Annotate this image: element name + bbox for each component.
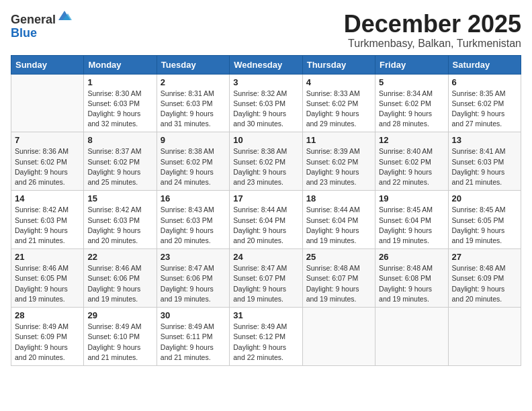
day-info: Sunrise: 8:44 AMSunset: 6:04 PMDaylight:… xyxy=(233,205,298,246)
calendar-cell: 31Sunrise: 8:49 AMSunset: 6:12 PMDayligh… xyxy=(230,308,302,366)
day-number: 8 xyxy=(87,135,152,145)
day-number: 25 xyxy=(306,252,371,262)
day-info: Sunrise: 8:48 AMSunset: 6:09 PMDaylight:… xyxy=(452,263,517,304)
calendar-cell: 21Sunrise: 8:46 AMSunset: 6:05 PMDayligh… xyxy=(11,249,84,308)
day-number: 13 xyxy=(452,135,517,145)
calendar-cell xyxy=(11,74,84,132)
calendar-week-row: 21Sunrise: 8:46 AMSunset: 6:05 PMDayligh… xyxy=(11,249,521,308)
calendar-cell: 25Sunrise: 8:48 AMSunset: 6:07 PMDayligh… xyxy=(302,249,375,308)
calendar-cell: 16Sunrise: 8:43 AMSunset: 6:03 PMDayligh… xyxy=(157,191,229,249)
calendar-cell: 27Sunrise: 8:48 AMSunset: 6:09 PMDayligh… xyxy=(448,249,521,308)
day-info: Sunrise: 8:39 AMSunset: 6:02 PMDaylight:… xyxy=(306,146,371,187)
calendar-cell: 7Sunrise: 8:36 AMSunset: 6:02 PMDaylight… xyxy=(11,132,84,191)
day-number: 16 xyxy=(161,193,226,203)
calendar-cell: 22Sunrise: 8:46 AMSunset: 6:06 PMDayligh… xyxy=(84,249,157,308)
calendar-cell: 3Sunrise: 8:32 AMSunset: 6:03 PMDaylight… xyxy=(230,74,302,132)
logo-icon xyxy=(57,8,72,23)
day-info: Sunrise: 8:49 AMSunset: 6:10 PMDaylight:… xyxy=(87,322,152,363)
day-info: Sunrise: 8:40 AMSunset: 6:02 PMDaylight:… xyxy=(379,146,444,187)
calendar-cell: 12Sunrise: 8:40 AMSunset: 6:02 PMDayligh… xyxy=(375,132,448,191)
day-number: 30 xyxy=(161,310,226,320)
weekday-header-saturday: Saturday xyxy=(448,55,521,74)
day-info: Sunrise: 8:45 AMSunset: 6:05 PMDaylight:… xyxy=(452,205,517,246)
day-info: Sunrise: 8:37 AMSunset: 6:02 PMDaylight:… xyxy=(87,146,152,187)
day-info: Sunrise: 8:48 AMSunset: 6:08 PMDaylight:… xyxy=(379,263,444,304)
calendar-cell: 17Sunrise: 8:44 AMSunset: 6:04 PMDayligh… xyxy=(230,191,302,249)
calendar-cell: 26Sunrise: 8:48 AMSunset: 6:08 PMDayligh… xyxy=(375,249,448,308)
day-number: 21 xyxy=(15,252,80,262)
day-info: Sunrise: 8:31 AMSunset: 6:03 PMDaylight:… xyxy=(161,89,226,130)
calendar-cell xyxy=(448,308,521,366)
day-info: Sunrise: 8:45 AMSunset: 6:04 PMDaylight:… xyxy=(379,205,444,246)
day-number: 28 xyxy=(15,310,80,320)
calendar-cell xyxy=(375,308,448,366)
day-info: Sunrise: 8:44 AMSunset: 6:04 PMDaylight:… xyxy=(306,205,371,246)
calendar-cell xyxy=(302,308,375,366)
calendar-cell: 23Sunrise: 8:47 AMSunset: 6:06 PMDayligh… xyxy=(157,249,229,308)
calendar-cell: 14Sunrise: 8:42 AMSunset: 6:03 PMDayligh… xyxy=(11,191,84,249)
day-number: 12 xyxy=(379,135,444,145)
day-number: 15 xyxy=(87,193,152,203)
calendar-cell: 11Sunrise: 8:39 AMSunset: 6:02 PMDayligh… xyxy=(302,132,375,191)
day-info: Sunrise: 8:49 AMSunset: 6:11 PMDaylight:… xyxy=(161,322,226,363)
day-info: Sunrise: 8:38 AMSunset: 6:02 PMDaylight:… xyxy=(233,146,298,187)
day-number: 14 xyxy=(15,193,80,203)
calendar-cell: 20Sunrise: 8:45 AMSunset: 6:05 PMDayligh… xyxy=(448,191,521,249)
location-title: Turkmenbasy, Balkan, Turkmenistan xyxy=(344,38,521,50)
day-info: Sunrise: 8:47 AMSunset: 6:06 PMDaylight:… xyxy=(161,263,226,304)
header: General Blue December 2025 Turkmenbasy, … xyxy=(11,11,521,50)
calendar-cell: 2Sunrise: 8:31 AMSunset: 6:03 PMDaylight… xyxy=(157,74,229,132)
logo-blue-text: Blue xyxy=(11,27,72,40)
day-info: Sunrise: 8:32 AMSunset: 6:03 PMDaylight:… xyxy=(233,89,298,130)
day-number: 5 xyxy=(379,77,444,87)
day-number: 17 xyxy=(233,193,298,203)
calendar-cell: 15Sunrise: 8:42 AMSunset: 6:03 PMDayligh… xyxy=(84,191,157,249)
day-number: 22 xyxy=(87,252,152,262)
logo-general-text: General xyxy=(11,13,56,27)
day-info: Sunrise: 8:30 AMSunset: 6:03 PMDaylight:… xyxy=(87,89,152,130)
calendar-cell: 8Sunrise: 8:37 AMSunset: 6:02 PMDaylight… xyxy=(84,132,157,191)
day-number: 6 xyxy=(452,77,517,87)
calendar-cell: 13Sunrise: 8:41 AMSunset: 6:03 PMDayligh… xyxy=(448,132,521,191)
day-info: Sunrise: 8:42 AMSunset: 6:03 PMDaylight:… xyxy=(15,205,80,246)
day-info: Sunrise: 8:34 AMSunset: 6:02 PMDaylight:… xyxy=(379,89,444,130)
calendar-cell: 4Sunrise: 8:33 AMSunset: 6:02 PMDaylight… xyxy=(302,74,375,132)
day-number: 3 xyxy=(233,77,298,87)
day-info: Sunrise: 8:48 AMSunset: 6:07 PMDaylight:… xyxy=(306,263,371,304)
weekday-header-thursday: Thursday xyxy=(302,55,375,74)
day-info: Sunrise: 8:42 AMSunset: 6:03 PMDaylight:… xyxy=(87,205,152,246)
calendar-cell: 1Sunrise: 8:30 AMSunset: 6:03 PMDaylight… xyxy=(84,74,157,132)
calendar-cell: 24Sunrise: 8:47 AMSunset: 6:07 PMDayligh… xyxy=(230,249,302,308)
day-number: 1 xyxy=(87,77,152,87)
calendar-cell: 10Sunrise: 8:38 AMSunset: 6:02 PMDayligh… xyxy=(230,132,302,191)
day-number: 20 xyxy=(452,193,517,203)
day-info: Sunrise: 8:38 AMSunset: 6:02 PMDaylight:… xyxy=(161,146,226,187)
day-info: Sunrise: 8:35 AMSunset: 6:02 PMDaylight:… xyxy=(452,89,517,130)
day-number: 4 xyxy=(306,77,371,87)
day-info: Sunrise: 8:47 AMSunset: 6:07 PMDaylight:… xyxy=(233,263,298,304)
weekday-header-tuesday: Tuesday xyxy=(157,55,229,74)
weekday-header-friday: Friday xyxy=(375,55,448,74)
calendar-cell: 5Sunrise: 8:34 AMSunset: 6:02 PMDaylight… xyxy=(375,74,448,132)
day-number: 29 xyxy=(87,310,152,320)
calendar-week-row: 14Sunrise: 8:42 AMSunset: 6:03 PMDayligh… xyxy=(11,191,521,249)
day-info: Sunrise: 8:46 AMSunset: 6:06 PMDaylight:… xyxy=(87,263,152,304)
day-info: Sunrise: 8:36 AMSunset: 6:02 PMDaylight:… xyxy=(15,146,80,187)
day-info: Sunrise: 8:43 AMSunset: 6:03 PMDaylight:… xyxy=(161,205,226,246)
day-number: 10 xyxy=(233,135,298,145)
weekday-header-row: SundayMondayTuesdayWednesdayThursdayFrid… xyxy=(11,55,521,74)
logo: General Blue xyxy=(11,13,72,40)
calendar-cell: 30Sunrise: 8:49 AMSunset: 6:11 PMDayligh… xyxy=(157,308,229,366)
day-number: 7 xyxy=(15,135,80,145)
day-number: 27 xyxy=(452,252,517,262)
calendar-week-row: 1Sunrise: 8:30 AMSunset: 6:03 PMDaylight… xyxy=(11,74,521,132)
day-info: Sunrise: 8:49 AMSunset: 6:12 PMDaylight:… xyxy=(233,322,298,363)
calendar-week-row: 28Sunrise: 8:49 AMSunset: 6:09 PMDayligh… xyxy=(11,308,521,366)
day-number: 19 xyxy=(379,193,444,203)
day-info: Sunrise: 8:49 AMSunset: 6:09 PMDaylight:… xyxy=(15,322,80,363)
day-number: 18 xyxy=(306,193,371,203)
day-number: 9 xyxy=(161,135,226,145)
day-number: 2 xyxy=(161,77,226,87)
day-number: 26 xyxy=(379,252,444,262)
weekday-header-monday: Monday xyxy=(84,55,157,74)
